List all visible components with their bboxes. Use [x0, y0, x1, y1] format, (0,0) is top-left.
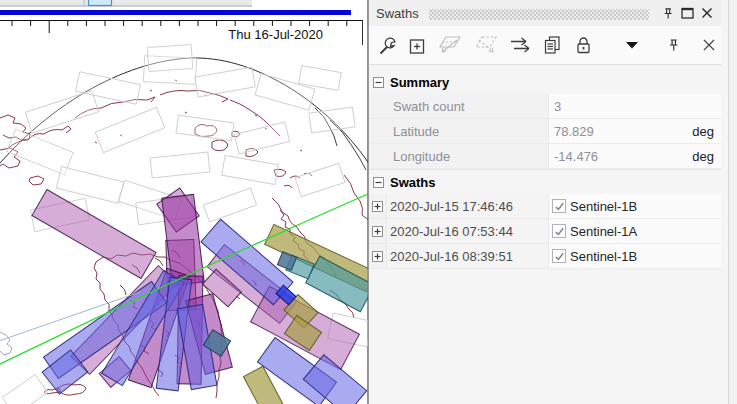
property-grid: Summary Swath count 3 Latitude 78.829deg…	[369, 65, 721, 404]
chevron-down-icon	[626, 41, 638, 49]
swath-timestamp: 2020-Jul-16 08:39:51	[386, 244, 549, 268]
map-svg[interactable]: Thu 16-Jul-2020	[0, 0, 368, 404]
shift-swath-forward-icon	[472, 34, 499, 56]
collapse-icon[interactable]	[373, 77, 384, 88]
collapse-icon[interactable]	[373, 177, 384, 188]
swath-visibility-checkbox[interactable]	[552, 224, 566, 238]
expand-icon[interactable]	[372, 251, 383, 262]
swath-polygons	[32, 188, 368, 404]
swath-row[interactable]: 2020-Jul-16 08:39:51 Sentinel-1B	[369, 244, 721, 269]
maximize-button[interactable]	[677, 4, 697, 22]
lock-button[interactable]	[572, 34, 594, 56]
property-value: 78.829	[554, 124, 594, 139]
swath-row[interactable]: 2020-Jul-16 07:53:44 Sentinel-1A	[369, 219, 721, 244]
property-label: Swath count	[386, 94, 549, 118]
swaths-panel: Swaths	[368, 0, 737, 404]
panel-toolbar	[369, 26, 721, 65]
property-value: -14.476	[554, 149, 598, 164]
top-toolbar-fragment	[0, 0, 252, 6]
shift-swath-back-icon	[436, 34, 463, 56]
swath-row[interactable]: 2020-Jul-15 17:46:46 Sentinel-1B	[369, 194, 721, 219]
copy-icon	[541, 34, 563, 56]
expand-icon[interactable]	[372, 226, 383, 237]
timeline-coverage-bar	[0, 10, 351, 15]
close-icon	[703, 39, 715, 51]
summary-section-header[interactable]: Summary	[369, 70, 721, 94]
timeline[interactable]: Thu 16-Jul-2020	[0, 10, 363, 45]
copy-button[interactable]	[541, 34, 563, 56]
summary-section-title: Summary	[390, 75, 449, 90]
pin-icon	[660, 6, 674, 21]
add-swath-button[interactable]	[407, 34, 427, 56]
swath-visibility-checkbox[interactable]	[552, 199, 566, 213]
panel-title: Swaths	[376, 6, 419, 21]
toolbar-close-button[interactable]	[703, 39, 715, 51]
swath-timestamp: 2020-Jul-15 17:46:46	[386, 194, 549, 218]
panel-drag-grip[interactable]	[429, 9, 649, 20]
toolbar-pin-button[interactable]	[665, 37, 680, 53]
add-icon	[407, 34, 427, 56]
application-window: Thu 16-Jul-2020	[0, 0, 737, 404]
swath-satellite-name: Sentinel-1B	[570, 199, 637, 214]
property-unit: deg	[692, 149, 721, 164]
swath-timestamp: 2020-Jul-16 07:53:44	[386, 219, 549, 243]
map-pane[interactable]: Thu 16-Jul-2020	[0, 0, 368, 404]
swath-list-dropdown-button[interactable]	[626, 41, 638, 49]
row-gutter	[369, 94, 386, 118]
property-label: Longitude	[386, 144, 549, 168]
swath-satellite-name: Sentinel-1A	[570, 224, 637, 239]
follow-swath-button[interactable]	[508, 34, 532, 56]
swath-visibility-checkbox[interactable]	[552, 249, 566, 263]
follow-swath-icon	[508, 34, 532, 56]
settings-wrench-button[interactable]	[376, 34, 398, 56]
swaths-section-title: Swaths	[390, 175, 436, 190]
summary-row-swath-count[interactable]: Swath count 3	[369, 94, 721, 119]
pin-button[interactable]	[657, 4, 677, 22]
panel-right-edge	[728, 0, 737, 404]
shift-swath-back-button[interactable]	[436, 34, 463, 56]
pin-icon	[665, 37, 680, 53]
property-value: 3	[554, 99, 561, 114]
selected-tool-button-fragment	[89, 0, 112, 6]
expand-icon[interactable]	[372, 201, 383, 212]
row-gutter	[369, 144, 386, 168]
row-gutter	[369, 119, 386, 143]
wrench-icon	[376, 34, 398, 56]
summary-row-latitude[interactable]: Latitude 78.829deg	[369, 119, 721, 144]
property-label: Latitude	[386, 119, 549, 143]
lock-icon	[572, 34, 594, 56]
swaths-section-header[interactable]: Swaths	[369, 169, 721, 194]
close-icon	[701, 7, 713, 19]
summary-row-longitude[interactable]: Longitude -14.476deg	[369, 144, 721, 169]
close-button[interactable]	[697, 4, 717, 22]
swath-satellite-name: Sentinel-1B	[570, 249, 637, 264]
property-unit: deg	[692, 124, 721, 139]
timeline-date-label: Thu 16-Jul-2020	[228, 27, 323, 42]
panel-titlebar[interactable]: Swaths	[369, 0, 721, 26]
maximize-icon	[681, 7, 694, 19]
shift-swath-forward-button[interactable]	[472, 34, 499, 56]
